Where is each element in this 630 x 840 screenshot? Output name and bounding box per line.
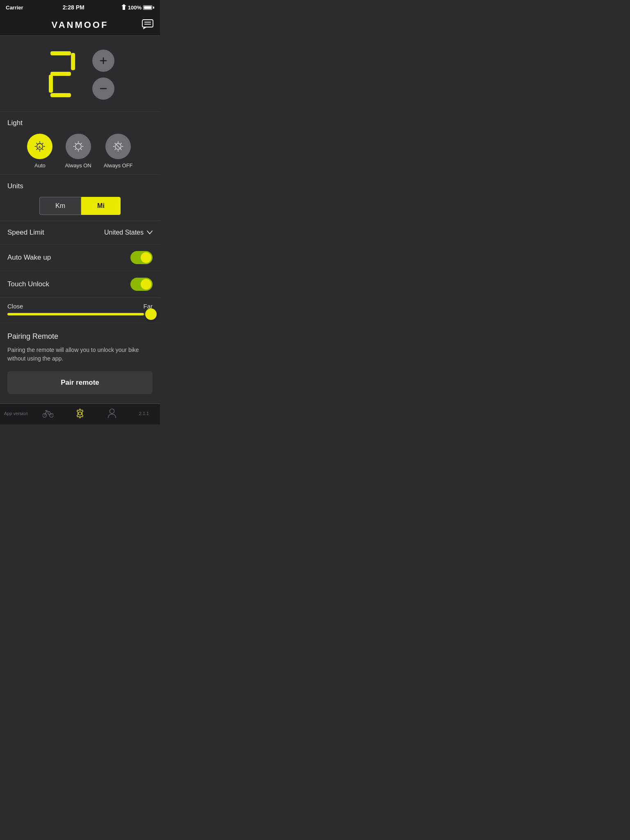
light-option-on[interactable]: Always ON [65, 134, 91, 169]
svg-text:A: A [39, 145, 41, 149]
unit-buttons: Km Mi [7, 197, 153, 215]
svg-line-30 [75, 149, 76, 150]
touch-unlock-toggle[interactable] [130, 278, 153, 291]
slider-section: Close Far [0, 298, 160, 323]
auto-wakeup-label: Auto Wake up [7, 253, 51, 262]
speed-section [0, 36, 160, 112]
light-on-button[interactable] [66, 134, 91, 159]
svg-rect-7 [49, 75, 53, 93]
bottom-nav: App version 2.1.1 [0, 404, 160, 425]
light-option-off[interactable]: Always OFF [104, 134, 133, 169]
slider-labels: Close Far [7, 303, 153, 310]
km-button[interactable]: Km [39, 197, 81, 215]
svg-line-19 [42, 143, 43, 144]
app-version-label: App version [4, 411, 28, 416]
pairing-remote-section: Pairing Remote Pairing the remote will a… [0, 323, 160, 404]
nav-settings[interactable] [64, 408, 96, 419]
nav-profile[interactable] [96, 408, 128, 419]
slider-fill [7, 313, 144, 315]
touch-unlock-label: Touch Unlock [7, 280, 49, 288]
app-header: VANMOOF [0, 15, 160, 36]
message-icon[interactable] [142, 19, 153, 31]
svg-point-44 [110, 409, 114, 413]
speed-controls [92, 50, 114, 100]
app-title: VANMOOF [52, 20, 109, 30]
svg-point-43 [78, 412, 81, 415]
touch-unlock-row: Touch Unlock [0, 271, 160, 298]
main-content: Light A Au [0, 36, 160, 404]
toggle-knob-2 [141, 279, 151, 290]
auto-wakeup-toggle[interactable] [130, 251, 153, 264]
profile-icon [107, 408, 117, 419]
svg-line-27 [75, 143, 76, 144]
location-icon [121, 4, 126, 11]
battery-percent: 100% [128, 5, 142, 11]
svg-line-18 [42, 149, 43, 150]
light-label: Light [7, 119, 153, 127]
status-bar: Carrier 2:28 PM 100% [0, 0, 160, 15]
chevron-down-icon [147, 231, 153, 235]
svg-point-22 [75, 144, 81, 149]
light-option-auto[interactable]: A Auto [27, 134, 52, 169]
svg-line-28 [80, 149, 82, 150]
speed-digit [46, 48, 82, 101]
status-left: Carrier [6, 5, 26, 11]
pairing-title: Pairing Remote [7, 332, 153, 341]
nav-app-version: App version [0, 411, 32, 416]
speed-limit-dropdown[interactable]: United States [104, 229, 153, 236]
decrement-button[interactable] [92, 78, 114, 100]
nav-version-number: 2.1.1 [128, 411, 160, 416]
carrier-label: Carrier [6, 5, 23, 11]
svg-rect-1 [142, 20, 153, 27]
speed-limit-section: Speed Limit United States [0, 221, 160, 244]
units-section: Units Km Mi [0, 175, 160, 221]
svg-line-29 [80, 143, 82, 144]
svg-line-40 [116, 144, 121, 149]
mi-button[interactable]: Mi [81, 197, 121, 215]
svg-rect-5 [71, 53, 75, 70]
light-off-button[interactable] [105, 134, 131, 159]
light-options: A Auto [7, 134, 153, 169]
status-time: 2:28 PM [63, 4, 84, 11]
status-right: 100% [121, 4, 154, 11]
units-label: Units [7, 182, 153, 190]
settings-icon [75, 408, 85, 419]
svg-line-36 [115, 143, 116, 144]
version-number: 2.1.1 [139, 411, 149, 416]
light-auto-label: Auto [34, 162, 46, 169]
svg-rect-4 [50, 51, 71, 55]
nav-bike[interactable] [32, 408, 64, 419]
speed-limit-label: Speed Limit [7, 228, 44, 237]
light-section: Light A Au [0, 112, 160, 175]
increment-button[interactable] [92, 50, 114, 72]
light-auto-button[interactable]: A [27, 134, 52, 159]
pairing-description: Pairing the remote will allow you to unl… [7, 346, 153, 363]
battery-icon [143, 5, 154, 10]
svg-line-20 [37, 149, 38, 150]
svg-line-17 [37, 143, 38, 144]
light-on-label: Always ON [65, 162, 91, 169]
bike-icon [43, 408, 53, 419]
slider-close-label: Close [7, 303, 23, 310]
pair-remote-button[interactable]: Pair remote [7, 371, 153, 394]
svg-rect-6 [50, 72, 71, 76]
svg-line-38 [121, 143, 122, 144]
svg-line-37 [121, 149, 122, 150]
svg-rect-8 [50, 93, 71, 97]
svg-line-39 [115, 149, 116, 150]
speed-limit-value: United States [104, 229, 144, 236]
auto-wakeup-row: Auto Wake up [0, 244, 160, 271]
light-off-label: Always OFF [104, 162, 133, 169]
slider-track[interactable] [7, 313, 153, 315]
slider-thumb[interactable] [145, 308, 157, 320]
toggle-knob [141, 252, 151, 263]
